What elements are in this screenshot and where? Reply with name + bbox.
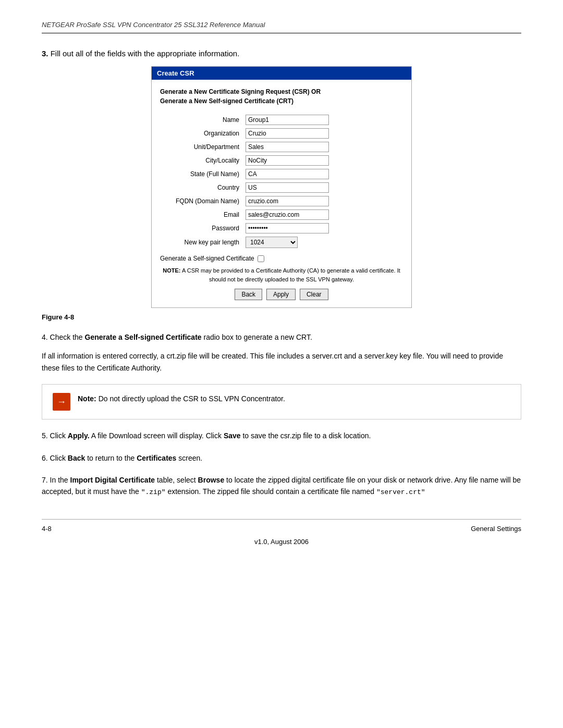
- field-state-row: State (Full Name): [160, 167, 403, 181]
- footer-left: 4-8: [42, 525, 52, 533]
- field-state-label: State (Full Name): [160, 167, 243, 181]
- city-input[interactable]: [246, 155, 329, 166]
- csr-form-table: Name Organization Unit/Department: [160, 113, 403, 250]
- page-header: NETGEAR ProSafe SSL VPN Concentrator 25 …: [42, 21, 521, 33]
- back-button[interactable]: Back: [235, 289, 262, 300]
- field-fqdn-row: FQDN (Domain Name): [160, 194, 403, 208]
- clear-button[interactable]: Clear: [300, 289, 328, 300]
- csr-note-text: NOTE: A CSR may be provided to a Certifi…: [160, 266, 403, 283]
- header-title: NETGEAR ProSafe SSL VPN Concentrator 25 …: [42, 21, 265, 29]
- field-unit-row: Unit/Department: [160, 140, 403, 154]
- field-country-row: Country: [160, 181, 403, 194]
- csr-box-body: Generate a New Certificate Signing Reque…: [152, 80, 411, 307]
- footer: 4-8 General Settings: [42, 519, 521, 533]
- field-password-cell: [243, 221, 403, 235]
- note-bold: Note:: [78, 394, 96, 403]
- note-box-content: Note: Do not directly upload the CSR to …: [78, 393, 285, 404]
- step-6-click: Click: [50, 454, 68, 462]
- step-6-number: 6.: [42, 454, 48, 462]
- step-4-paragraph: If all information is entered correctly,…: [42, 350, 521, 374]
- self-signed-checkbox[interactable]: [258, 255, 264, 262]
- csr-button-row: Back Apply Clear: [160, 289, 403, 300]
- field-name-row: Name: [160, 113, 403, 127]
- csr-desc-line1: Generate a New Certificate Signing Reque…: [160, 88, 321, 95]
- note-arrow-icon: →: [53, 393, 70, 411]
- field-password-label: Password: [160, 221, 243, 235]
- field-state-cell: [243, 167, 403, 181]
- step-7-intro: In the: [50, 476, 70, 484]
- field-keylen-cell: 1024 2048: [243, 235, 403, 250]
- step-5-save-bold: Save: [224, 431, 241, 440]
- field-email-row: Email: [160, 208, 403, 221]
- note-text-body: Do not directly upload the CSR to SSL VP…: [99, 394, 285, 403]
- step-7-block: 7. In the Import Digital Certificate tab…: [42, 474, 521, 498]
- field-unit-label: Unit/Department: [160, 140, 243, 154]
- step-6-text: 6. Click Back to return to the Certifica…: [42, 452, 521, 464]
- password-input[interactable]: [246, 223, 329, 233]
- csr-description: Generate a New Certificate Signing Reque…: [160, 87, 403, 106]
- field-city-cell: [243, 154, 403, 167]
- step-4-number: 4.: [42, 333, 48, 341]
- csr-box-title: Create CSR: [152, 67, 411, 80]
- step-7-text: 7. In the Import Digital Certificate tab…: [42, 474, 521, 498]
- csr-form-box: Create CSR Generate a New Certificate Si…: [151, 66, 412, 308]
- step-6-certs-bold: Certificates: [137, 454, 176, 462]
- csr-note-body: A CSR may be provided to a Certificate A…: [182, 267, 400, 282]
- step-7-mid3: extension. The zipped file should contai…: [167, 487, 376, 496]
- state-input[interactable]: [246, 169, 329, 179]
- field-org-cell: [243, 127, 403, 140]
- step-5-text: 5. Click Apply. A file Download screen w…: [42, 430, 521, 441]
- field-fqdn-label: FQDN (Domain Name): [160, 194, 243, 208]
- email-input[interactable]: [246, 209, 329, 220]
- field-email-label: Email: [160, 208, 243, 221]
- field-country-cell: [243, 181, 403, 194]
- step-5-click: Click: [50, 431, 68, 440]
- note-box: → Note: Do not directly upload the CSR t…: [42, 384, 521, 419]
- step-7-mid1: table, select: [157, 476, 198, 484]
- step-3-block: 3. Fill out all of the fields with the a…: [42, 49, 521, 321]
- field-password-row: Password: [160, 221, 403, 235]
- step-7-bold2: Browse: [198, 476, 225, 484]
- footer-right: General Settings: [471, 525, 521, 533]
- step-7-bold1: Import Digital Certificate: [70, 476, 155, 484]
- figure-caption: Figure 4-8: [42, 313, 521, 321]
- step-5-block: 5. Click Apply. A file Download screen w…: [42, 430, 521, 441]
- step-3-number: 3.: [42, 49, 48, 58]
- footer-version: v1.0, August 2006: [254, 538, 309, 546]
- fqdn-input[interactable]: [246, 196, 329, 206]
- step-4-after: radio box to generate a new CRT.: [203, 333, 312, 341]
- step-7-code1: ".zip": [141, 488, 166, 496]
- step-5-apply-bold: Apply.: [68, 431, 90, 440]
- field-fqdn-cell: [243, 194, 403, 208]
- name-input[interactable]: [246, 115, 329, 125]
- footer-center: v1.0, August 2006: [42, 538, 521, 546]
- field-keylen-row: New key pair length 1024 2048: [160, 235, 403, 250]
- field-org-row: Organization: [160, 127, 403, 140]
- step-4-block: 4. Check the Generate a Self-signed Cert…: [42, 331, 521, 374]
- field-name-label: Name: [160, 113, 243, 127]
- step-4-bold: Generate a Self-signed Certificate: [85, 333, 202, 341]
- step-3-intro: 3. Fill out all of the fields with the a…: [42, 49, 521, 58]
- step-7-code2: "server.crt": [376, 488, 425, 496]
- step-6-block: 6. Click Back to return to the Certifica…: [42, 452, 521, 464]
- unit-input[interactable]: [246, 142, 329, 152]
- field-unit-cell: [243, 140, 403, 154]
- step-5-mid: A file Download screen will display. Cli…: [91, 431, 224, 440]
- step-7-number: 7.: [42, 476, 48, 484]
- field-org-label: Organization: [160, 127, 243, 140]
- apply-button[interactable]: Apply: [266, 289, 296, 300]
- step-6-end: screen.: [178, 454, 202, 462]
- country-input[interactable]: [246, 182, 329, 193]
- step-4-intro: 4. Check the Generate a Self-signed Cert…: [42, 331, 521, 343]
- csr-desc-line2: Generate a New Self-signed Certificate (…: [160, 97, 293, 105]
- self-signed-label: Generate a Self-signed Certificate: [160, 255, 254, 262]
- organization-input[interactable]: [246, 128, 329, 139]
- step-4-before-bold: Check the: [50, 333, 85, 341]
- step-6-after: to return to the: [87, 454, 137, 462]
- field-country-label: Country: [160, 181, 243, 194]
- step-6-back-bold: Back: [68, 454, 85, 462]
- key-length-select[interactable]: 1024 2048: [246, 237, 298, 248]
- field-city-label: City/Locality: [160, 154, 243, 167]
- step-5-number: 5.: [42, 431, 48, 440]
- step-5-after: to save the csr.zip file to a disk locat…: [242, 431, 371, 440]
